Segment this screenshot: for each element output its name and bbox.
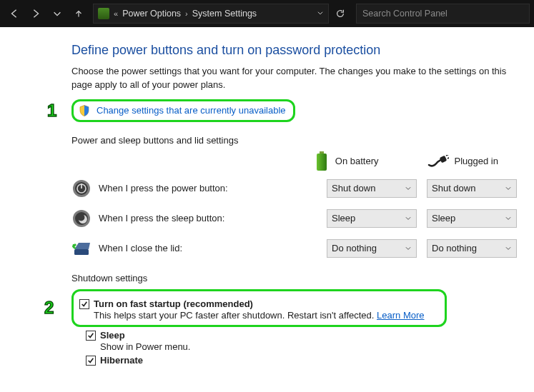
- learn-more-link[interactable]: Learn More: [377, 310, 424, 321]
- chevron-down-icon: [405, 183, 412, 194]
- checkbox-hibernate[interactable]: [86, 356, 96, 366]
- change-settings-link[interactable]: Change settings that are currently unava…: [97, 105, 286, 116]
- breadcrumb-prefix: «: [114, 9, 118, 18]
- select-power-button-battery[interactable]: Shut down: [327, 179, 417, 198]
- select-value: Do nothing: [332, 243, 377, 253]
- annotation-1-wrap: 1 Change settings that are currently una…: [43, 99, 517, 122]
- address-dropdown-icon[interactable]: [317, 9, 324, 19]
- annotation-2-wrap: 2 Turn on fast startup (recommended) Thi…: [43, 289, 517, 327]
- sleep-title: Sleep: [100, 330, 125, 341]
- up-button[interactable]: [69, 4, 89, 24]
- refresh-button[interactable]: [330, 4, 350, 24]
- sleep-button-icon: [71, 208, 92, 228]
- search-input[interactable]: Search Control Panel: [356, 4, 530, 24]
- fast-startup-desc: This helps start your PC faster after sh…: [94, 310, 425, 321]
- svg-line-4: [448, 157, 449, 159]
- select-value: Sleep: [332, 213, 355, 223]
- lid-icon: [71, 238, 92, 258]
- select-sleep-button-plugged[interactable]: Sleep: [427, 209, 517, 228]
- column-on-battery: On battery: [314, 151, 379, 171]
- address-bar[interactable]: « Power Options › System Settings: [93, 4, 329, 24]
- navbar: « Power Options › System Settings Search…: [0, 0, 534, 27]
- checkbox-fast-startup-row: Turn on fast startup (recommended) This …: [79, 296, 425, 321]
- select-lid-plugged[interactable]: Do nothing: [427, 239, 517, 258]
- annotation-box-1: Change settings that are currently unava…: [71, 99, 295, 122]
- control-panel-icon: [98, 8, 109, 19]
- col-plugged-label: Plugged in: [455, 156, 498, 166]
- select-lid-battery[interactable]: Do nothing: [327, 239, 417, 258]
- breadcrumb-item-power-options[interactable]: Power Options: [122, 9, 181, 19]
- annotation-number-1: 1: [47, 101, 56, 121]
- select-power-button-plugged[interactable]: Shut down: [427, 179, 517, 198]
- chevron-down-icon: [505, 243, 512, 253]
- row-sleep-button-label: When I press the sleep button:: [99, 213, 327, 223]
- page-description: Choose the power settings that you want …: [71, 65, 517, 92]
- fast-startup-title: Turn on fast startup (recommended): [94, 298, 253, 309]
- col-battery-label: On battery: [335, 156, 379, 166]
- page-title: Define power buttons and turn on passwor…: [71, 43, 517, 58]
- search-placeholder: Search Control Panel: [362, 9, 448, 19]
- plug-icon: [427, 155, 449, 168]
- content-area: Define power buttons and turn on passwor…: [0, 27, 534, 373]
- column-headers: On battery Plugged in: [71, 151, 517, 171]
- sleep-desc: Show in Power menu.: [100, 341, 190, 352]
- column-plugged-in: Plugged in: [427, 155, 498, 168]
- row-power-button-label: When I press the power button:: [99, 183, 327, 194]
- checkbox-sleep[interactable]: [86, 331, 96, 341]
- select-value: Shut down: [432, 183, 475, 194]
- checkbox-hibernate-row: Hibernate: [86, 352, 517, 366]
- annotation-number-2: 2: [44, 298, 54, 318]
- row-close-lid-label: When I close the lid:: [99, 243, 327, 253]
- checkbox-fast-startup[interactable]: [79, 299, 89, 309]
- fast-startup-desc-text: This helps start your PC faster after sh…: [94, 310, 377, 321]
- checkbox-sleep-row: Sleep Show in Power menu.: [86, 327, 517, 352]
- chevron-right-icon: ›: [185, 9, 188, 18]
- battery-icon: [314, 151, 330, 171]
- section-power-sleep-heading: Power and sleep buttons and lid settings: [71, 135, 517, 146]
- shield-icon: [78, 104, 91, 117]
- hibernate-title: Hibernate: [100, 355, 143, 366]
- breadcrumb-item-system-settings[interactable]: System Settings: [192, 9, 257, 19]
- row-sleep-button: When I press the sleep button: Sleep Sle…: [71, 208, 517, 228]
- back-button[interactable]: [4, 4, 24, 24]
- select-value: Sleep: [432, 213, 455, 223]
- row-power-button: When I press the power button: Shut down…: [71, 179, 517, 198]
- select-value: Shut down: [332, 183, 375, 194]
- power-button-icon: [71, 179, 92, 198]
- svg-rect-0: [320, 151, 324, 154]
- chevron-down-icon: [405, 213, 412, 223]
- forward-button[interactable]: [26, 4, 46, 24]
- row-close-lid: When I close the lid: Do nothing Do noth…: [71, 238, 517, 258]
- section-shutdown-heading: Shutdown settings: [71, 273, 517, 283]
- svg-line-3: [446, 155, 449, 156]
- svg-rect-11: [74, 249, 89, 255]
- chevron-down-icon: [505, 213, 512, 223]
- chevron-down-icon: [405, 243, 412, 253]
- select-value: Do nothing: [432, 243, 477, 253]
- svg-rect-1: [317, 154, 327, 171]
- annotation-box-2: Turn on fast startup (recommended) This …: [71, 289, 447, 327]
- select-sleep-button-battery[interactable]: Sleep: [327, 209, 417, 228]
- chevron-down-icon: [505, 183, 512, 194]
- recent-locations-button[interactable]: [47, 4, 67, 24]
- svg-rect-2: [439, 155, 447, 163]
